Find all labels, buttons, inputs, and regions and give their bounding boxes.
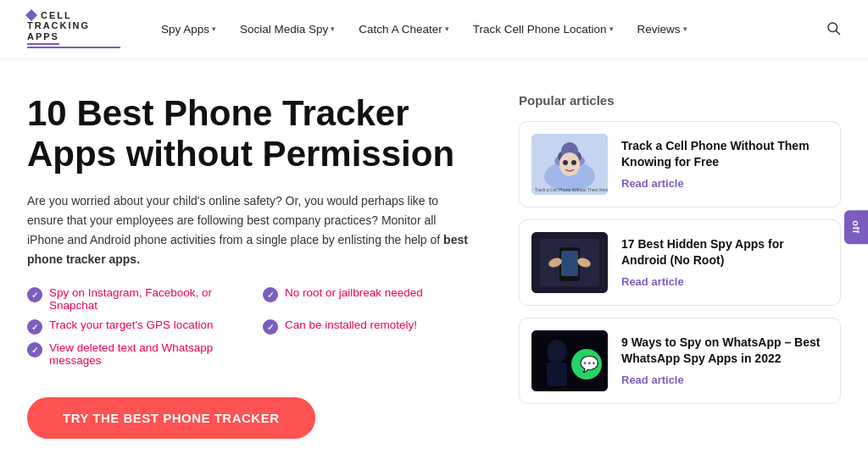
svg-line-1 <box>836 30 839 34</box>
chevron-down-icon: ▾ <box>683 25 687 33</box>
svg-point-20 <box>548 341 565 362</box>
svg-rect-14 <box>561 251 578 276</box>
page-title: 10 Best Phone Tracker Apps without Permi… <box>27 93 478 175</box>
article-card-3: 💬 9 Ways to Spy on WhatsApp – Best Whats… <box>519 318 841 404</box>
check-icon <box>263 287 278 302</box>
sidebar: Popular articles <box>519 59 841 440</box>
svg-rect-19 <box>547 363 567 386</box>
nav-reviews[interactable]: Reviews ▾ <box>637 23 687 36</box>
hero-description: Are you worried about your child's onlin… <box>27 191 468 269</box>
sidebar-title: Popular articles <box>519 93 841 108</box>
logo-cell: CELL <box>41 10 72 20</box>
feature-label: Can be installed remotely! <box>285 318 417 331</box>
feature-item-2: No root or jailbreak needed <box>263 286 478 312</box>
logo[interactable]: CELL TRACKING APPS <box>27 10 120 48</box>
logo-apps: APPS <box>27 31 59 45</box>
nav-links: Spy Apps ▾ Social Media Spy ▾ Catch A Ch… <box>161 23 826 36</box>
read-article-link-1[interactable]: Read article <box>621 177 684 190</box>
check-icon <box>27 287 42 302</box>
navbar: CELL TRACKING APPS Spy Apps ▾ Social Med… <box>0 0 868 59</box>
article-thumbnail-2 <box>531 232 608 293</box>
feature-item-1: Spy on Instagram, Facebook, or Snapchat <box>27 286 242 312</box>
svg-text:💬: 💬 <box>580 355 599 374</box>
feature-label: No root or jailbreak needed <box>285 286 423 299</box>
check-icon <box>263 319 278 335</box>
check-icon <box>27 342 42 357</box>
feature-item-3: Track your target's GPS location <box>27 318 242 335</box>
feature-item-5: View deleted text and Whatsapp messages <box>27 341 242 367</box>
feature-item-4: Can be installed remotely! <box>263 318 478 335</box>
article-title-3: 9 Ways to Spy on WhatsApp – Best WhatsAp… <box>621 335 828 367</box>
chevron-down-icon: ▾ <box>212 25 216 33</box>
nav-track-location[interactable]: Track Cell Phone Location ▾ <box>473 23 614 36</box>
page-body: 10 Best Phone Tracker Apps without Permi… <box>0 59 868 455</box>
side-tab[interactable]: off <box>844 210 868 244</box>
feature-label: Spy on Instagram, Facebook, or Snapchat <box>49 286 242 312</box>
nav-catch-cheater[interactable]: Catch A Cheater ▾ <box>359 23 448 36</box>
article-card-2: 17 Best Hidden Spy Apps for Android (No … <box>519 219 841 306</box>
article-title-2: 17 Best Hidden Spy Apps for Android (No … <box>621 236 828 269</box>
article-card-1: Track a Cell Phone Without Them Knowing … <box>519 121 841 208</box>
check-icon <box>27 319 42 335</box>
svg-text:Track a Cell Phone Without The: Track a Cell Phone Without Them Knowing <box>535 187 608 192</box>
chevron-down-icon: ▾ <box>331 25 335 33</box>
logo-diamond-icon <box>25 9 37 21</box>
read-article-link-3[interactable]: Read article <box>621 374 684 386</box>
search-button[interactable] <box>826 20 841 38</box>
article-thumbnail-3: 💬 <box>531 330 608 391</box>
logo-tracking: TRACKING <box>27 20 90 30</box>
article-body-1: Track a Cell Phone Without Them Knowing … <box>621 138 828 191</box>
article-body-3: 9 Ways to Spy on WhatsApp – Best WhatsAp… <box>621 335 828 387</box>
svg-point-7 <box>559 152 580 176</box>
svg-point-9 <box>571 160 576 165</box>
logo-underline <box>27 47 120 48</box>
nav-social-media-spy[interactable]: Social Media Spy ▾ <box>240 23 335 36</box>
svg-point-8 <box>563 160 568 165</box>
chevron-down-icon: ▾ <box>609 25 614 33</box>
main-content: 10 Best Phone Tracker Apps without Permi… <box>27 59 519 440</box>
read-article-link-2[interactable]: Read article <box>621 275 684 288</box>
features-grid: Spy on Instagram, Facebook, or Snapchat … <box>27 286 478 367</box>
nav-spy-apps[interactable]: Spy Apps ▾ <box>161 23 216 36</box>
chevron-down-icon: ▾ <box>445 25 449 33</box>
feature-label: Track your target's GPS location <box>49 318 213 331</box>
feature-label: View deleted text and Whatsapp messages <box>49 341 242 367</box>
article-thumbnail-1: Track a Cell Phone Without Them Knowing <box>531 134 608 195</box>
article-body-2: 17 Best Hidden Spy Apps for Android (No … <box>621 236 828 289</box>
cta-button[interactable]: TRY THE BEST PHONE TRACKER <box>27 397 315 439</box>
article-title-1: Track a Cell Phone Without Them Knowing … <box>621 138 828 170</box>
